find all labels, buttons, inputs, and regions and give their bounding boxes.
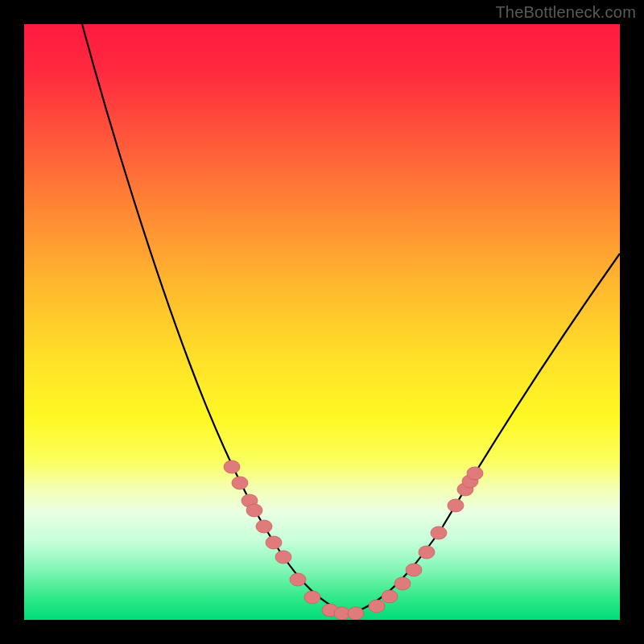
curve-right-branch <box>349 254 620 614</box>
bead-marker <box>348 607 364 620</box>
bead-marker <box>266 536 282 549</box>
bead-marker <box>290 573 306 586</box>
beads-group <box>224 460 483 620</box>
bead-marker <box>224 460 240 473</box>
curve-svg <box>24 24 620 620</box>
bead-marker <box>382 590 398 603</box>
watermark-text: TheBottleneck.com <box>495 3 636 22</box>
bead-marker <box>467 467 483 480</box>
bead-marker <box>448 499 464 512</box>
bead-marker <box>431 526 447 539</box>
bead-marker <box>369 600 385 613</box>
outer-frame: TheBottleneck.com <box>0 0 644 644</box>
bead-marker <box>406 564 422 576</box>
bead-marker <box>232 477 248 489</box>
curve-group <box>82 24 620 614</box>
bead-marker <box>419 546 435 559</box>
bead-marker <box>275 551 291 564</box>
bead-marker <box>246 504 262 517</box>
bead-marker <box>256 520 272 533</box>
bead-marker <box>304 591 320 604</box>
curve-left-branch <box>82 24 349 614</box>
bead-marker <box>394 577 411 590</box>
plot-area <box>24 24 620 620</box>
